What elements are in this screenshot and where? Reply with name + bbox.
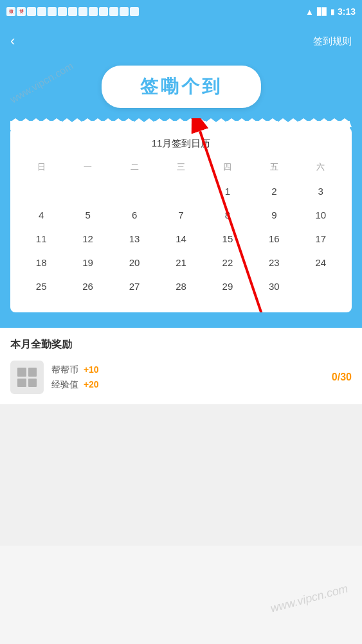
attendance-icon [10, 361, 44, 394]
day-label-sat: 六 [298, 159, 344, 175]
calendar-cell-0-0: 0 [18, 181, 64, 202]
calendar-cell-0-4: 1 [204, 181, 251, 202]
calendar-cell-0-1: 0 [64, 181, 111, 202]
calendar-cell-0-5: 2 [251, 181, 297, 202]
calendar-header-row: 日 一 二 三 四 五 六 [18, 159, 344, 175]
attendance-rewards: 帮帮币 +10 经验值 +20 [51, 364, 324, 391]
calendar-grid: 日 一 二 三 四 五 六 00001234567891011121314151… [18, 159, 344, 297]
calendar-cell-4-0: 25 [18, 276, 64, 297]
checkin-button[interactable]: 签嘞个到 [102, 66, 261, 108]
battery-icon: ▮ [330, 8, 334, 16]
wifi-icon: ▲ [305, 7, 314, 17]
calendar-row-3: 18192021222324 [18, 252, 344, 273]
calendar-title: 11月签到日历 [18, 138, 344, 150]
grid-icon [17, 368, 37, 387]
calendar-cell-3-6: 24 [298, 252, 344, 273]
grid-cell-2 [28, 368, 37, 377]
calendar-cell-1-6: 10 [298, 204, 344, 226]
back-button[interactable]: ‹ [10, 34, 15, 48]
calendar-cell-2-5: 16 [251, 228, 297, 249]
calendar-rows: 0000123456789101112131415161718192021222… [18, 181, 344, 297]
calendar-cell-2-3: 14 [158, 228, 204, 249]
calendar-cell-1-3: 7 [158, 204, 204, 226]
calendar-row-1: 45678910 [18, 204, 344, 226]
checkin-rules-link[interactable]: 签到规则 [313, 35, 352, 48]
signal-icon: ▊▊ [317, 8, 327, 16]
calendar-cell-1-2: 6 [111, 204, 158, 226]
day-label-thu: 四 [204, 159, 251, 175]
status-bar-right: ▲ ▊▊ ▮ 3:13 [305, 6, 356, 17]
reward-exp-value: +20 [84, 379, 99, 389]
time-display: 3:13 [338, 6, 356, 17]
calendar-cell-1-5: 9 [251, 204, 297, 226]
header: ‹ 签到规则 [0, 23, 362, 59]
calendar-cell-1-0: 4 [18, 204, 64, 226]
calendar-cell-3-2: 20 [111, 252, 158, 273]
calendar-cell-0-6: 3 [298, 181, 344, 202]
calendar-cell-2-0: 11 [18, 228, 64, 249]
day-label-wed: 三 [158, 159, 204, 175]
attendance-section: 本月全勤奖励 帮帮币 +10 经验值 +20 0/30 [0, 328, 362, 404]
day-label-fri: 五 [251, 159, 297, 175]
calendar-cell-4-6: 0 [298, 276, 344, 297]
grid-cell-4 [28, 379, 37, 388]
calendar-container: 11月签到日历 日 一 二 三 四 五 六 000012345678910111… [10, 118, 352, 312]
calendar-cell-3-4: 22 [204, 252, 251, 273]
attendance-row: 帮帮币 +10 经验值 +20 0/30 [10, 361, 352, 394]
calendar-cell-1-4: 8 [204, 204, 251, 226]
calendar-cell-3-1: 19 [64, 252, 111, 273]
grid-cell-1 [17, 368, 26, 377]
calendar-cell-3-5: 23 [251, 252, 297, 273]
reward-bangbi-value: +10 [84, 364, 99, 375]
reward-bangbi-label: 帮帮币 [51, 364, 78, 375]
status-bar-app-icons: 微 博 [6, 7, 139, 16]
calendar-cell-1-1: 5 [64, 204, 111, 226]
reward-exp-label: 经验值 [51, 379, 78, 389]
gray-section [0, 404, 362, 546]
reward-bangbi: 帮帮币 +10 [51, 364, 324, 376]
day-label-sun: 日 [18, 159, 64, 175]
calendar-row-0: 0000123 [18, 181, 344, 202]
calendar-cell-3-3: 21 [158, 252, 204, 273]
calendar-cell-2-6: 17 [298, 228, 344, 249]
calendar-row-4: 2526272829300 [18, 276, 344, 297]
status-bar: 微 博 ▲ ▊▊ ▮ 3:13 [0, 0, 362, 23]
watermark-bottom: www.vipcn.com [269, 582, 349, 615]
reward-exp: 经验值 +20 [51, 379, 324, 391]
calendar-cell-4-5: 30 [251, 276, 297, 297]
calendar-cell-0-3: 0 [158, 181, 204, 202]
calendar-cell-2-4: 15 [204, 228, 251, 249]
attendance-progress: 0/30 [332, 371, 352, 383]
grid-cell-3 [17, 379, 26, 388]
main-content-blue: 签嘞个到 11月签到日历 日 一 二 三 四 五 六 000012345 [0, 59, 362, 328]
calendar-cell-2-1: 12 [64, 228, 111, 249]
calendar-cell-0-2: 0 [111, 181, 158, 202]
calendar-cell-3-0: 18 [18, 252, 64, 273]
calendar-cell-2-2: 13 [111, 228, 158, 249]
attendance-title: 本月全勤奖励 [10, 338, 352, 352]
calendar-card: 11月签到日历 日 一 二 三 四 五 六 000012345678910111… [10, 127, 352, 312]
calendar-cell-4-3: 28 [158, 276, 204, 297]
calendar-cell-4-1: 26 [64, 276, 111, 297]
day-label-tue: 二 [111, 159, 158, 175]
calendar-cell-4-2: 27 [111, 276, 158, 297]
calendar-cell-4-4: 29 [204, 276, 251, 297]
day-label-mon: 一 [64, 159, 111, 175]
calendar-row-2: 11121314151617 [18, 228, 344, 249]
